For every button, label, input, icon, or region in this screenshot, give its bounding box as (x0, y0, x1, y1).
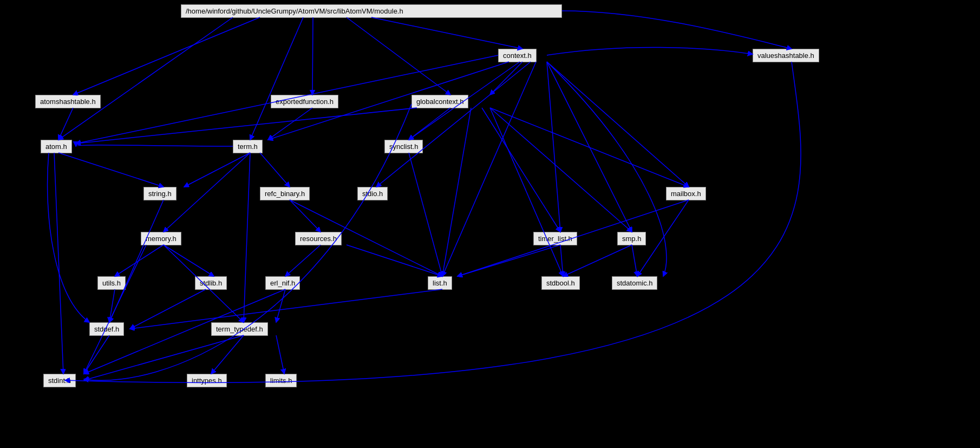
svg-line-52 (84, 335, 109, 374)
svg-line-17 (268, 108, 312, 140)
smp-h-node: smp.h (617, 232, 646, 245)
stdint-h-node: stdint.h (43, 374, 76, 387)
svg-line-3 (312, 17, 313, 95)
atom-h-node: atom.h (41, 140, 72, 153)
mailbox-h-node: mailbox.h (666, 187, 706, 200)
svg-line-19 (409, 108, 450, 140)
atomshashtable-h-node: atomshashtable.h (35, 95, 101, 108)
svg-line-31 (409, 153, 442, 276)
stdio-h-node: stdio.h (357, 187, 388, 200)
svg-line-2 (73, 17, 260, 95)
erl-nif-h-node: erl_nif.h (265, 276, 300, 290)
svg-line-24 (490, 108, 563, 276)
limits-h-node: limits.h (265, 374, 297, 387)
dependency-graph (0, 0, 980, 448)
svg-line-14 (547, 62, 632, 232)
svg-line-43 (458, 245, 560, 276)
svg-line-54 (211, 335, 244, 374)
timer-list-h-node: timer_list.h (533, 232, 577, 245)
svg-line-49 (276, 289, 285, 322)
svg-line-46 (632, 245, 637, 276)
stdlib-h-node: stdlib.h (195, 276, 227, 290)
svg-line-26 (54, 153, 63, 374)
svg-line-45 (563, 245, 632, 276)
svg-line-18 (76, 108, 417, 144)
context-h-node: context.h (498, 49, 537, 62)
svg-line-55 (276, 335, 284, 374)
list-h-node: list.h (428, 276, 452, 290)
svg-line-48 (130, 289, 206, 329)
svg-line-22 (490, 108, 632, 232)
svg-line-27 (184, 153, 250, 187)
stddef-h-node: stddef.h (89, 322, 124, 336)
svg-line-20 (490, 108, 689, 187)
svg-line-5 (58, 17, 233, 140)
refc-binary-h-node: refc_binary.h (260, 187, 310, 200)
synclist-h-node: synclist.h (384, 140, 423, 153)
exportedfunction-h-node: exportedfunction.h (271, 95, 338, 108)
stdatomic-h-node: stdatomic.h (612, 276, 657, 290)
svg-line-30 (244, 153, 250, 322)
svg-line-15 (442, 62, 536, 276)
svg-line-44 (560, 245, 563, 276)
inttypes-h-node: inttypes.h (187, 374, 227, 387)
svg-line-4 (347, 17, 450, 95)
svg-line-11 (547, 62, 689, 187)
svg-line-38 (164, 245, 214, 276)
term-h-node: term.h (233, 140, 263, 153)
svg-line-12 (376, 62, 531, 187)
svg-line-35 (290, 200, 321, 232)
resources-h-node: resources.h (295, 232, 342, 245)
module-h-node: /home/winford/github/UncleGrumpy/AtomVM/… (181, 4, 562, 18)
svg-line-42 (347, 245, 442, 276)
svg-line-47 (109, 289, 115, 322)
svg-line-21 (482, 108, 560, 232)
svg-line-37 (115, 245, 164, 276)
svg-line-34 (109, 200, 164, 322)
svg-line-6 (250, 17, 303, 140)
svg-line-51 (130, 289, 442, 329)
string-h-node: string.h (143, 187, 177, 200)
svg-line-41 (285, 245, 321, 276)
globalcontext-h-node: globalcontext.h (411, 95, 468, 108)
svg-line-16 (58, 108, 73, 140)
valueshashtable-h-node: valueshashtable.h (753, 49, 819, 62)
svg-line-1 (371, 17, 522, 49)
svg-line-40 (84, 245, 146, 374)
svg-line-7 (490, 62, 522, 95)
memory-h-node: memory.h (141, 232, 181, 245)
svg-line-29 (164, 153, 250, 232)
svg-line-13 (547, 62, 560, 232)
stdbool-h-node: stdbool.h (541, 276, 580, 290)
utils-h-node: utils.h (97, 276, 126, 290)
svg-line-23 (442, 108, 471, 276)
svg-line-25 (58, 153, 164, 187)
svg-line-28 (260, 153, 290, 187)
term-typedef-h-node: term_typedef.h (211, 322, 268, 336)
